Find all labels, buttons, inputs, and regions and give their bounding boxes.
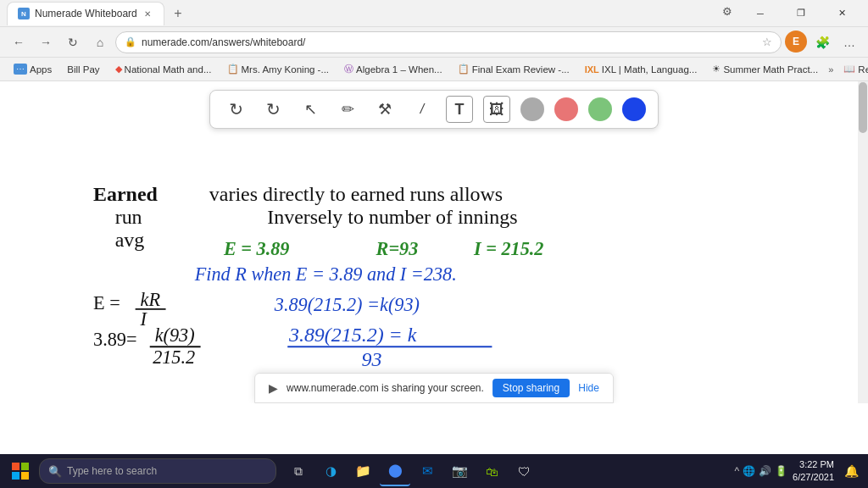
sharing-icon: ▶ bbox=[269, 381, 278, 395]
windows-logo-icon bbox=[12, 463, 29, 480]
scrollbar-thumb[interactable] bbox=[859, 82, 867, 133]
color-blue[interactable] bbox=[622, 97, 646, 121]
reading-list-button[interactable]: 📖 Reading list bbox=[838, 62, 868, 76]
scrollbar[interactable] bbox=[858, 81, 868, 403]
tab-title: Numerade Whiteboard bbox=[35, 8, 136, 19]
color-gray[interactable] bbox=[520, 97, 544, 121]
svg-text:3.89=: 3.89= bbox=[93, 329, 136, 350]
back-button[interactable]: ← bbox=[7, 30, 31, 54]
tray-arrow-icon[interactable]: ^ bbox=[734, 465, 739, 477]
search-icon: 🔍 bbox=[48, 465, 62, 478]
forward-button[interactable]: → bbox=[34, 30, 58, 54]
taskbar: 🔍 Type here to search ⧉ ◑ 📁 ⬤ ✉ 📷 🛍 🛡 ^ … bbox=[0, 454, 868, 488]
tab-favicon: N bbox=[18, 8, 30, 19]
taskview-button[interactable]: ⧉ bbox=[283, 456, 314, 486]
svg-text:Inversely to  number of inning: Inversely to number of innings bbox=[267, 206, 517, 228]
svg-text:Find R when E = 3.89 and I =23: Find R when E = 3.89 and I =238. bbox=[194, 263, 457, 285]
stop-sharing-button[interactable]: Stop sharing bbox=[492, 379, 570, 397]
svg-text:run: run bbox=[115, 206, 142, 228]
close-button[interactable]: ✕ bbox=[822, 0, 861, 27]
bookmark-summermath[interactable]: ☀ Summer Math Pract... bbox=[707, 62, 823, 76]
active-tab[interactable]: N Numerade Whiteboard ✕ bbox=[7, 2, 164, 25]
star-icon[interactable]: ☆ bbox=[762, 36, 772, 48]
taskbar-search[interactable]: 🔍 Type here to search bbox=[39, 458, 276, 484]
svg-text:I = 215.2: I = 215.2 bbox=[473, 238, 543, 259]
notification-button[interactable]: 🔔 bbox=[839, 459, 863, 483]
profile-icon[interactable]: E bbox=[785, 30, 807, 53]
refresh-button[interactable]: ↻ bbox=[61, 30, 85, 54]
edge-icon[interactable]: ◑ bbox=[315, 456, 346, 486]
system-tray: ^ 🌐 🔊 🔋 bbox=[734, 465, 787, 477]
svg-text:kR: kR bbox=[141, 289, 161, 310]
start-button[interactable] bbox=[5, 456, 36, 486]
svg-text:Earned: Earned bbox=[93, 183, 158, 205]
svg-text:3.89(215.2) =k(93): 3.89(215.2) =k(93) bbox=[274, 294, 420, 315]
date-text: 6/27/2021 bbox=[793, 471, 834, 484]
undo-button[interactable]: ↺ bbox=[222, 96, 249, 123]
sharing-message: www.numerade.com is sharing your screen. bbox=[287, 382, 484, 394]
menu-icon[interactable]: … bbox=[837, 30, 861, 54]
line-tool[interactable]: / bbox=[409, 96, 436, 123]
whiteboard-drawing: Earned varies directly to earned runs al… bbox=[0, 128, 868, 403]
bookmark-billpay[interactable]: Bill Pay bbox=[62, 63, 104, 76]
color-green[interactable] bbox=[588, 97, 612, 121]
lock-icon: 🔒 bbox=[125, 36, 136, 47]
svg-text:I: I bbox=[140, 308, 148, 330]
network-icon[interactable]: 🌐 bbox=[743, 465, 755, 477]
settings-icon-btn[interactable]: ⚙ bbox=[715, 0, 739, 24]
svg-text:3.89(215.2) = k: 3.89(215.2) = k bbox=[288, 324, 417, 346]
bookmark-algebra[interactable]: Ⓦ Algebra 1 – When... bbox=[339, 61, 448, 77]
svg-text:215.2: 215.2 bbox=[153, 347, 195, 368]
minimize-button[interactable]: ─ bbox=[741, 0, 780, 27]
bookmarks-more-button[interactable]: » bbox=[828, 64, 833, 75]
taskbar-icon-group: ⧉ ◑ 📁 ⬤ ✉ 📷 🛍 🛡 bbox=[283, 456, 539, 486]
search-placeholder-text: Type here to search bbox=[67, 465, 157, 477]
select-tool[interactable]: ↖ bbox=[297, 96, 324, 123]
file-explorer-icon[interactable]: 📁 bbox=[348, 456, 378, 486]
url-text: numerade.com/answers/whiteboard/ bbox=[142, 36, 757, 48]
pencil-tool[interactable]: ✏ bbox=[334, 96, 361, 123]
nav-icon-group: E 🧩 … bbox=[785, 30, 861, 54]
svg-text:k(93): k(93) bbox=[155, 324, 195, 346]
navigation-bar: ← → ↻ ⌂ 🔒 numerade.com/answers/whiteboar… bbox=[0, 27, 868, 58]
extensions-icon[interactable]: 🧩 bbox=[810, 30, 834, 54]
home-button[interactable]: ⌂ bbox=[88, 30, 112, 54]
bookmark-natmath[interactable]: ◆ National Math and... bbox=[110, 62, 217, 76]
redo-button[interactable]: ↻ bbox=[259, 96, 287, 123]
text-tool[interactable]: T bbox=[446, 96, 473, 123]
drawing-toolbar: ↺ ↻ ↖ ✏ ⚒ / T 🖼 bbox=[209, 90, 659, 129]
camera-icon[interactable]: 📷 bbox=[444, 456, 475, 486]
tools-menu[interactable]: ⚒ bbox=[371, 96, 398, 123]
bookmark-finalexam[interactable]: 📋 Final Exam Review -... bbox=[453, 62, 575, 76]
title-bar: N Numerade Whiteboard ✕ + ⚙ ─ ❐ ✕ bbox=[0, 0, 868, 27]
tab-close-button[interactable]: ✕ bbox=[142, 8, 153, 19]
security-icon[interactable]: 🛡 bbox=[509, 456, 539, 486]
battery-icon[interactable]: 🔋 bbox=[775, 465, 787, 477]
restore-button[interactable]: ❐ bbox=[782, 0, 821, 27]
svg-text:E = 3.89: E = 3.89 bbox=[223, 238, 289, 259]
store-icon[interactable]: 🛍 bbox=[476, 456, 507, 486]
bookmark-amykoning[interactable]: 📋 Mrs. Amy Koning -... bbox=[222, 62, 335, 76]
bookmark-ixl[interactable]: IXL IXL | Math, Languag... bbox=[580, 63, 703, 76]
window-controls: ⚙ ─ ❐ ✕ bbox=[715, 0, 861, 27]
svg-text:varies directly to  earned run: varies directly to earned runs allows bbox=[209, 183, 503, 205]
color-pink[interactable] bbox=[554, 97, 578, 121]
bookmarks-bar: ⋯ Apps Bill Pay ◆ National Math and... 📋… bbox=[0, 58, 868, 81]
volume-icon[interactable]: 🔊 bbox=[759, 465, 771, 477]
mail-icon[interactable]: ✉ bbox=[412, 456, 442, 486]
chrome-icon[interactable]: ⬤ bbox=[380, 456, 410, 486]
taskbar-right-area: ^ 🌐 🔊 🔋 3:22 PM 6/27/2021 🔔 bbox=[734, 458, 863, 485]
screen-sharing-bar: ▶ www.numerade.com is sharing your scree… bbox=[254, 373, 614, 403]
clock-display[interactable]: 3:22 PM 6/27/2021 bbox=[793, 458, 834, 485]
hide-button[interactable]: Hide bbox=[578, 382, 599, 394]
svg-text:R=93: R=93 bbox=[376, 238, 419, 259]
bookmark-apps[interactable]: ⋯ Apps bbox=[8, 62, 57, 76]
whiteboard-area: ↺ ↻ ↖ ✏ ⚒ / T 🖼 Earned varies directly t… bbox=[0, 81, 868, 403]
svg-text:avg: avg bbox=[115, 229, 145, 251]
image-tool[interactable]: 🖼 bbox=[483, 96, 510, 123]
svg-text:E =: E = bbox=[93, 292, 120, 313]
address-bar[interactable]: 🔒 numerade.com/answers/whiteboard/ ☆ bbox=[115, 31, 782, 53]
time-text: 3:22 PM bbox=[793, 458, 834, 471]
tab-area: N Numerade Whiteboard ✕ + bbox=[7, 0, 188, 26]
new-tab-button[interactable]: + bbox=[168, 3, 188, 24]
